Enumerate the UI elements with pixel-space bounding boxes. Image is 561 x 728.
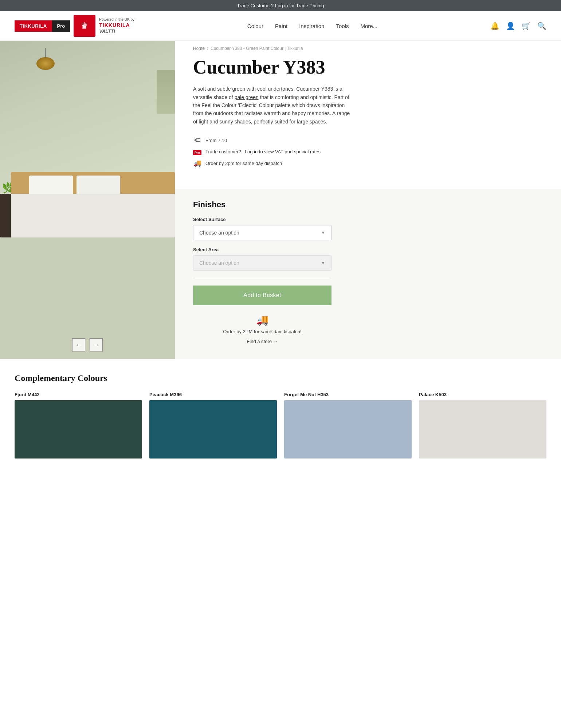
nav-colour[interactable]: Colour [247,23,263,29]
dispatch-message: Order by 2PM for same day dispatch! [193,328,332,335]
colour-name-3: Palace K503 [419,392,546,397]
nav-tools[interactable]: Tools [336,23,349,29]
tikkurila-button[interactable]: TIKKURILA [15,20,52,32]
main-layout: 🌿 ← → Home › Cucumber Y383 - Green Paint… [0,41,561,359]
product-title: Cucumber Y383 [193,57,543,78]
finishes-section: Finishes Select Surface Choose an option… [175,189,561,359]
trade-row: Pro Trade customer? Log in to view VAT a… [193,148,543,156]
lamp-decoration [36,48,55,70]
select-surface-value: Choose an option [199,230,239,236]
select-area-label: Select Area [193,247,543,252]
bedroom-image: 🌿 [0,41,175,237]
select-area-value: Choose an option [199,260,239,266]
bed-duvet [11,194,175,237]
trade-text: Trade customer? [205,149,241,154]
chevron-down-icon-area: ▼ [321,260,325,265]
price-row: 🏷 From 7.10 [193,137,543,144]
sub-brand: VALTTI [99,28,115,34]
dispatch-row: 🚚 Order by 2pm for same day dispatch [193,159,543,167]
pale-green-link[interactable]: pale green [235,94,259,100]
pro-badge: Pro [193,150,201,155]
select-surface-dropdown[interactable]: Choose an option ▼ [193,225,332,240]
bed-area: 🌿 [0,135,175,237]
breadcrumb-home[interactable]: Home [193,46,205,51]
top-banner: Trade Customer? Log in for Trade Pricing [0,0,561,11]
main-nav: Colour Paint Inspiration Tools More... [247,23,377,29]
search-icon[interactable]: 🔍 [537,21,546,30]
product-image-section: 🌿 ← → [0,41,175,359]
banner-text: Trade Customer? [237,3,274,8]
select-surface-label: Select Surface [193,217,543,222]
colour-swatch-3 [419,400,546,459]
select-area-group: Select Area Choose an option ▼ [193,247,543,271]
prev-image-button[interactable]: ← [72,338,85,351]
divider [193,278,332,278]
delivery-icon: 🚚 [193,314,332,326]
header-left: TIKKURILA Pro ♛ Powered in the UK by TIK… [15,15,134,37]
crown-icon: ♛ [81,21,89,31]
pro-button[interactable]: Pro [52,20,70,32]
nav-paint[interactable]: Paint [275,23,287,29]
colour-name-0: Fjord M442 [15,392,142,397]
lamp-side [157,70,175,114]
logo-box[interactable]: ♛ [74,15,95,37]
dispatch-text: Order by 2pm for same day dispatch [205,161,282,166]
header: TIKKURILA Pro ♛ Powered in the UK by TIK… [0,11,561,41]
colour-swatch-0 [15,400,142,459]
dispatch-info: 🚚 Order by 2PM for same day dispatch! Fi… [193,314,332,344]
complementary-section: Complementary Colours Fjord M442Peacock … [0,359,561,473]
account-icon[interactable]: 👤 [506,21,515,30]
logo-text-block: Powered in the UK by TIKKURILA VALTTI [99,17,134,35]
colours-grid: Fjord M442Peacock M366Forget Me Not H353… [15,392,546,459]
breadcrumb: Home › Cucumber Y383 - Green Paint Colou… [193,41,543,57]
colour-swatch-2 [284,400,412,459]
colour-card-2[interactable]: Forget Me Not H353 [284,392,412,459]
complementary-title: Complementary Colours [15,373,546,383]
colour-card-3[interactable]: Palace K503 [419,392,546,459]
basket-icon[interactable]: 🛒 [522,21,531,30]
lamp-shade [36,57,55,70]
find-store-link[interactable]: Find a store → [247,339,278,344]
add-to-basket-button[interactable]: Add to Basket [193,286,332,305]
colour-swatch-1 [149,400,277,459]
powered-text: Powered in the UK by [99,17,134,21]
select-area-dropdown[interactable]: Choose an option ▼ [193,255,332,271]
colour-card-0[interactable]: Fjord M442 [15,392,142,459]
notification-icon[interactable]: 🔔 [490,21,499,30]
brand-name: TIKKURILA [99,22,134,28]
product-description: A soft and subtle green with cool undert… [193,85,353,126]
breadcrumb-separator: › [207,46,208,51]
colour-name-1: Peacock M366 [149,392,277,397]
tikkurila-pro-buttons: TIKKURILA Pro [15,20,70,32]
next-image-button[interactable]: → [90,338,103,351]
product-meta: 🏷 From 7.10 Pro Trade customer? Log in t… [193,137,543,167]
trade-login-link[interactable]: Log in [275,3,288,8]
finishes-title: Finishes [193,200,543,209]
banner-suffix: for Trade Pricing [289,3,324,8]
breadcrumb-current: Cucumber Y383 - Green Paint Colour | Tik… [211,46,303,51]
image-nav-arrows: ← → [72,338,103,351]
colour-card-1[interactable]: Peacock M366 [149,392,277,459]
nav-inspiration[interactable]: Inspiration [299,23,324,29]
colour-name-2: Forget Me Not H353 [284,392,412,397]
right-side: Home › Cucumber Y383 - Green Paint Colou… [175,41,561,359]
trade-login-link[interactable]: Log in to view VAT and special rates [245,149,321,154]
lamp-cord [45,48,46,57]
select-surface-group: Select Surface Choose an option ▼ [193,217,543,240]
product-info-section: Home › Cucumber Y383 - Green Paint Colou… [175,41,561,189]
price-from: From 7.10 [205,138,227,143]
header-icons: 🔔 👤 🛒 🔍 [490,21,546,30]
chevron-down-icon: ▼ [321,230,325,235]
pro-icon: Pro [193,148,202,156]
dispatch-icon: 🚚 [193,159,202,167]
nav-more[interactable]: More... [360,23,377,29]
price-icon: 🏷 [193,137,202,144]
